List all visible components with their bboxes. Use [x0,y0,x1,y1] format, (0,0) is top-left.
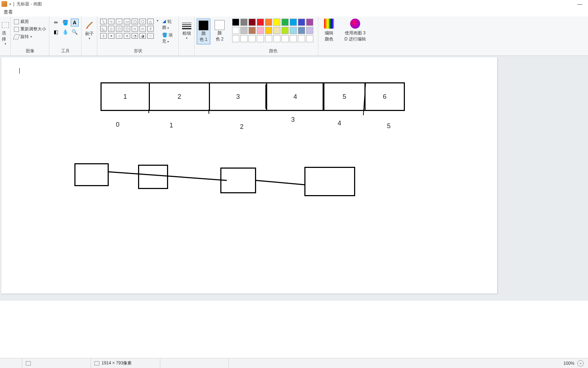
qat-dropdown-icon[interactable]: ▾ [9,2,11,6]
palette-color[interactable] [281,19,289,26]
fill-tool[interactable]: 🪣 [62,19,69,26]
shape-hexagon[interactable]: ⬡ [124,26,130,32]
shape-rtriangle[interactable]: ◺ [100,26,107,32]
color2-label1: 颜 [217,30,222,36]
palette-empty[interactable] [257,35,264,42]
palette-empty[interactable] [273,35,280,42]
zoom-label: 100% [563,361,574,366]
resize-label: 重新调整大小 [20,26,46,32]
eraser-tool[interactable]: ◧ [52,28,60,36]
select-button[interactable]: 选择 ▾ [2,19,9,45]
shape-arrowd[interactable]: ⇩ [100,33,107,39]
shape-polygon[interactable]: ⬠ [139,19,146,24]
brush-icon [84,21,94,31]
palette-color[interactable] [240,27,248,34]
palette-empty[interactable] [306,35,313,42]
crop-button[interactable]: 裁剪 [14,19,46,25]
palette-color[interactable] [290,27,297,34]
app-icon [1,1,7,7]
brush-button[interactable]: 刷子 ▾ [84,19,94,40]
paint3d-button[interactable]: 使用画图 3 D 进行编辑 [341,16,369,44]
palette-empty[interactable] [281,35,289,42]
shape-oval[interactable]: ○ [116,19,122,24]
shapes-gallery[interactable]: ╲ ∿ ○ ▭ ▢ ⬠ △ ◺ ◇ ⬠ ⬡ ⇨ ⇦ ⇧ ⇩ ✦ ☆ ✶ ◔ ◕ [100,19,155,39]
shape-arrowl[interactable]: ⇦ [139,26,146,32]
shape-roundrect[interactable]: ▢ [132,19,138,24]
palette-color[interactable] [281,27,289,34]
shape-triangle[interactable]: △ [147,19,154,24]
fill-button[interactable]: 🪣 填充 ▾ [162,32,176,44]
shape-heart[interactable]: ♡ [147,33,154,39]
color2-button[interactable]: 颜 色 2 [213,19,226,44]
palette-empty[interactable] [232,35,239,42]
shapes-expand[interactable]: ▾ [157,19,158,23]
dropdown-icon: ▾ [5,42,6,45]
palette-empty[interactable] [298,35,305,42]
titlebar: ▾ | 无标题 - 画图 — [0,0,588,8]
cell: 2 [149,82,209,111]
shape-star5[interactable]: ☆ [116,33,122,39]
rotate-button[interactable]: 旋转 ▾ [14,34,46,40]
palette-color[interactable] [306,19,313,26]
canvas[interactable]: 1 2 3 4 5 6 0 1 2 3 4 5 [1,57,497,294]
palette-color[interactable] [249,19,256,26]
shape-arrowr[interactable]: ⇨ [132,26,138,32]
palette-color[interactable] [273,19,280,26]
crop-icon [14,19,19,24]
brush-group: 刷子 ▾ [82,16,97,55]
shape-star4[interactable]: ✦ [108,33,114,39]
palette-color[interactable] [232,19,239,26]
paint3d-group: 使用画图 3 D 进行编辑 [340,16,371,55]
statusbar: 1914 × 793像素 100% − [0,358,588,368]
palette-color[interactable] [240,19,248,26]
text-tool[interactable]: A [71,19,79,26]
palette-empty[interactable] [265,35,272,42]
palette-group: 颜色 [228,16,318,55]
palette-color[interactable] [298,19,305,26]
edit-colors-button[interactable]: 编辑 颜色 [320,16,338,44]
minimize-button[interactable]: — [577,1,582,7]
palette-color[interactable] [265,27,272,34]
outline-button[interactable]: ◢ 轮廓 ▾ [162,19,176,31]
color-palette[interactable] [232,19,314,43]
shape-arrowu[interactable]: ⇧ [147,26,154,32]
palette-color[interactable] [290,19,297,26]
palette-empty[interactable] [290,35,297,42]
paint3d-icon [350,19,360,29]
tick [148,110,149,113]
palette-color[interactable] [257,27,264,34]
edit-colors-icon [324,19,334,29]
shape-pentagon[interactable]: ⬠ [116,26,122,32]
palette-color[interactable] [306,27,313,34]
shape-rect[interactable]: ▭ [124,19,130,24]
palette-color[interactable] [232,27,239,34]
image-group: 裁剪 重新调整大小 旋转 ▾ 图像 [11,16,49,55]
palette-color[interactable] [257,19,264,26]
picker-tool[interactable]: 💧 [62,28,69,36]
color1-button[interactable]: 颜 色 1 [197,19,210,44]
pencil-tool[interactable]: ✏ [52,19,60,26]
palette-empty[interactable] [249,35,256,42]
palette-empty[interactable] [240,35,248,42]
shape-curve[interactable]: ∿ [108,19,114,24]
color2-label2: 色 2 [216,36,224,42]
rotate-label: 旋转 [20,34,29,40]
palette-color[interactable] [298,27,305,34]
tick [323,83,323,111]
shape-callout[interactable]: ◔ [132,33,138,39]
menu-view[interactable]: 查看 [4,9,13,15]
resize-button[interactable]: 重新调整大小 [14,26,46,32]
shape-line[interactable]: ╲ [100,19,107,24]
magnifier-tool[interactable]: 🔍 [71,28,79,36]
shape-callout2[interactable]: ◕ [139,33,146,39]
box [220,168,256,193]
palette-color[interactable] [265,19,272,26]
shape-diamond[interactable]: ◇ [108,26,114,32]
selection-icon [26,361,31,365]
shape-star6[interactable]: ✶ [124,33,130,39]
palette-color[interactable] [273,27,280,34]
stroke-button[interactable]: 粗细 ▾ [182,19,191,40]
zoom-out-button[interactable]: − [577,360,584,367]
palette-color[interactable] [249,27,256,34]
edit-colors-group: 编辑 颜色 [318,16,340,55]
